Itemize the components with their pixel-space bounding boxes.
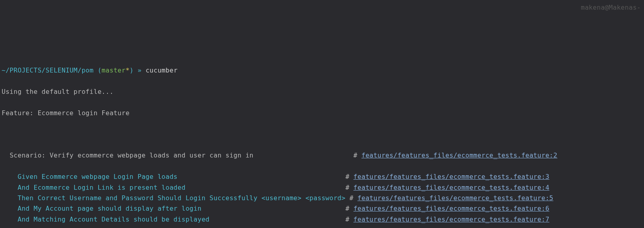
branch-close: ) (130, 66, 134, 74)
branch-name: master (101, 66, 126, 74)
step-line: And Matching Account Details should be d… (2, 214, 642, 225)
step-line: And Ecommerce Login Link is present load… (2, 182, 642, 193)
blank-line (2, 129, 642, 140)
step-line: Then Correct Username and Password Shoul… (2, 193, 642, 203)
hash-icon: # (345, 184, 353, 191)
step-text: And Matching Account Details should be d… (18, 216, 210, 223)
step-line: Given Ecommerce webpage Login Page loads… (2, 172, 642, 182)
scenario-pad (254, 151, 353, 159)
scenario-text: Scenario: Verify ecommerce webpage loads… (10, 151, 254, 159)
scenario-line: Scenario: Verify ecommerce webpage loads… (2, 150, 642, 161)
scenario-indent (2, 151, 10, 159)
prompt-line: ~/PROJECTS/SELENIUM/pom (master*) » cucu… (2, 65, 642, 76)
prompt-arrow: » (134, 66, 146, 74)
feature-link[interactable]: features/features_files/ecommerce_tests.… (353, 205, 549, 212)
feature-link[interactable]: features/features_files/ecommerce_tests.… (353, 216, 549, 223)
step-line: And My Account page should display after… (2, 203, 642, 214)
feature-link[interactable]: features/features_files/ecommerce_tests.… (353, 184, 549, 191)
profile-line: Using the default profile... (2, 87, 642, 97)
hash-icon: # (345, 173, 353, 180)
prompt-path: ~/PROJECTS/SELENIUM/pom (2, 66, 93, 74)
branch-open: ( (93, 66, 101, 74)
feature-link[interactable]: features/features_files/ecommerce_tests.… (353, 173, 549, 180)
hash-icon: # (345, 216, 353, 223)
step-text: Given Ecommerce webpage Login Page loads (18, 173, 178, 180)
step-text: Then Correct Username and Password Shoul… (18, 194, 346, 202)
branch-star: * (126, 66, 130, 74)
step-text: And My Account page should display after… (18, 205, 202, 212)
hash-icon: # (349, 194, 357, 202)
feature-link[interactable]: features/features_files/ecommerce_tests.… (357, 194, 553, 202)
feature-line: Feature: Ecommerce login Feature (2, 108, 642, 118)
step-text: And Ecommerce Login Link is present load… (18, 184, 186, 191)
command-text: cucumber (146, 66, 178, 74)
hash-icon: # (353, 151, 361, 159)
host-label: makena@Makenas- (581, 2, 641, 13)
hash-icon: # (345, 205, 353, 212)
feature-link[interactable]: features/features_files/ecommerce_tests.… (361, 151, 557, 159)
